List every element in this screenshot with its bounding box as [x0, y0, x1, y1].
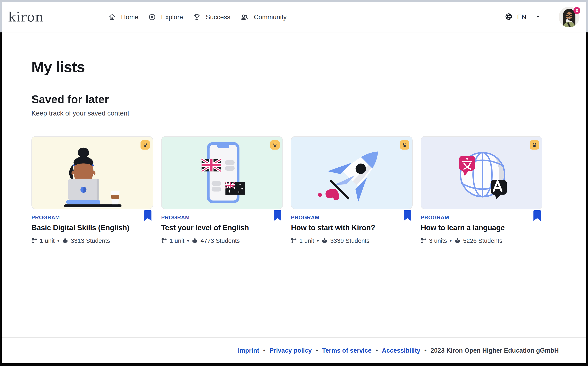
program-card[interactable]: PROGRAM How to start with Kiron? 1 unit …: [291, 136, 413, 244]
award-badge: [530, 140, 539, 150]
card-tag: PROGRAM: [31, 209, 153, 221]
students-label: 3339 Students: [330, 237, 370, 244]
award-badge: [400, 140, 409, 150]
nav-label: Explore: [161, 13, 183, 21]
footer-link-privacy-policy[interactable]: Privacy policy: [270, 347, 312, 354]
bookmark-button[interactable]: [534, 210, 541, 221]
card-illustration-person-at-laptop: [31, 136, 153, 209]
footer-link-accessibility[interactable]: Accessibility: [382, 347, 420, 354]
card-illustration-globe-translate: [421, 136, 542, 209]
card-meta: 1 unit • 4773 Students: [161, 237, 283, 244]
footer-copyright: 2023 Kiron Open Higher Education gGmbH: [431, 347, 559, 354]
globe-translate-illustration: [421, 137, 542, 209]
people-icon: [240, 13, 248, 21]
footer-separator: •: [376, 347, 378, 354]
card-tag: PROGRAM: [421, 209, 542, 221]
footer: Imprint • Privacy policy • Terms of serv…: [2, 337, 586, 363]
section-title: Saved for later: [31, 93, 109, 106]
language-code: EN: [517, 13, 526, 21]
page-title: My lists: [31, 58, 85, 76]
units-label: 1 unit: [170, 237, 184, 244]
card-info: PROGRAM Test your level of English 1 uni…: [161, 209, 283, 244]
units-icon: [421, 238, 426, 244]
card-illustration-phone-with-flags: [161, 136, 283, 209]
window-frame-top: [0, 0, 588, 2]
section-subtitle: Keep track of your saved content: [31, 109, 129, 117]
bookmark-button[interactable]: [144, 210, 151, 221]
nav-item-explore[interactable]: Explore: [148, 13, 183, 21]
nav-item-community[interactable]: Community: [240, 13, 287, 21]
rocket-illustration: [291, 137, 412, 209]
bookmark-button[interactable]: [274, 210, 281, 221]
students-icon: [322, 238, 328, 244]
nav-label: Community: [254, 13, 287, 21]
card-meta: 1 unit • 3339 Students: [291, 237, 413, 244]
units-label: 1 unit: [40, 237, 54, 244]
card-illustration-rocket: [291, 136, 413, 209]
main-nav: Home Explore Success: [108, 2, 287, 32]
home-icon: [108, 13, 116, 21]
units-icon: [31, 238, 37, 244]
chevron-down-icon: [536, 15, 540, 19]
meta-separator: •: [57, 237, 59, 244]
nav-item-home[interactable]: Home: [108, 13, 138, 21]
notification-badge: 3: [573, 7, 580, 14]
program-card[interactable]: PROGRAM How to learn a language 3 units …: [421, 136, 542, 244]
card-title: How to learn a language: [421, 223, 542, 232]
card-title: Test your level of English: [161, 223, 283, 232]
students-icon: [62, 238, 68, 244]
compass-icon: [148, 13, 156, 21]
card-tag: PROGRAM: [291, 209, 413, 221]
units-icon: [161, 238, 167, 244]
window-frame-bottom: [0, 363, 588, 366]
award-badge: [270, 140, 280, 150]
footer-separator: •: [316, 347, 318, 354]
units-label: 3 units: [429, 237, 447, 244]
card-tag: PROGRAM: [161, 209, 283, 221]
students-icon: [192, 238, 198, 244]
card-title: How to start with Kiron?: [291, 223, 413, 232]
phone-with-flags-illustration: [162, 137, 282, 209]
students-label: 5226 Students: [463, 237, 503, 244]
units-icon: [291, 238, 297, 244]
header-right-cluster: EN 3: [505, 2, 580, 32]
window-frame-right: [586, 32, 588, 366]
card-title: Basic Digital Skills (English): [31, 223, 153, 232]
meta-separator: •: [449, 237, 452, 244]
card-info: PROGRAM Basic Digital Skills (English) 1…: [31, 209, 153, 244]
nav-label: Home: [121, 13, 138, 21]
window-frame-left-header: [0, 2, 2, 32]
meta-separator: •: [317, 237, 319, 244]
footer-separator: •: [263, 347, 265, 354]
card-info: PROGRAM How to learn a language 3 units …: [421, 209, 542, 244]
program-card[interactable]: PROGRAM Basic Digital Skills (English) 1…: [31, 136, 153, 244]
window-frame-left: [0, 32, 2, 366]
saved-cards-row: PROGRAM Basic Digital Skills (English) 1…: [31, 136, 542, 244]
nav-label: Success: [206, 13, 230, 21]
person-at-laptop-illustration: [32, 137, 153, 209]
students-icon: [454, 238, 460, 244]
user-avatar[interactable]: 3: [559, 7, 580, 27]
top-nav-bar: kiron Home Explore: [2, 2, 586, 32]
card-meta: 1 unit • 3313 Students: [31, 237, 153, 244]
bookmark-button[interactable]: [404, 210, 411, 221]
program-card[interactable]: PROGRAM Test your level of English 1 uni…: [161, 136, 283, 244]
students-label: 3313 Students: [71, 237, 110, 244]
footer-link-terms-of-service[interactable]: Terms of service: [322, 347, 371, 354]
units-label: 1 unit: [299, 237, 314, 244]
language-switcher[interactable]: EN: [505, 13, 540, 21]
window-frame-right-header: [586, 2, 588, 32]
card-meta: 3 units • 5226 Students: [421, 237, 542, 244]
card-info: PROGRAM How to start with Kiron? 1 unit …: [291, 209, 413, 244]
students-label: 4773 Students: [201, 237, 240, 244]
meta-separator: •: [187, 237, 189, 244]
award-badge: [140, 140, 150, 150]
nav-item-success[interactable]: Success: [193, 13, 230, 21]
footer-link-imprint[interactable]: Imprint: [238, 347, 259, 354]
footer-separator: •: [424, 347, 427, 354]
globe-icon: [505, 13, 513, 21]
trophy-icon: [193, 13, 201, 21]
kiron-logo[interactable]: kiron: [8, 9, 44, 24]
